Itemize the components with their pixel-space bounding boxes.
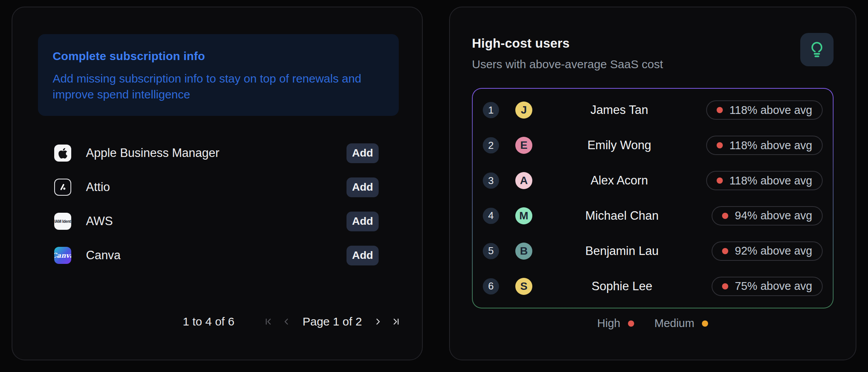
cost-badge: 118% above avg <box>706 100 823 120</box>
app-list-row: Canva Canva Canva Add <box>54 247 379 264</box>
avatar: A <box>515 172 532 189</box>
user-name: James Tan <box>532 103 706 117</box>
legend-dot-icon <box>628 320 634 327</box>
cost-badge: 118% above avg <box>706 136 823 155</box>
banner-description: Add missing subscription info to stay on… <box>53 71 374 102</box>
cost-badge: 75% above avg <box>712 277 823 296</box>
user-name: Alex Acorn <box>532 174 706 188</box>
user-name: Michael Chan <box>532 209 712 223</box>
legend-label: High <box>597 317 621 330</box>
add-button[interactable]: Add <box>347 212 379 231</box>
severity-dot-icon <box>717 177 723 184</box>
cost-badge: 92% above avg <box>712 241 823 261</box>
rank-badge: 3 <box>483 172 499 189</box>
cost-badge-label: 75% above avg <box>735 280 812 293</box>
app-name: Canva <box>86 248 121 262</box>
user-row: 1 J James Tan 118% above avg <box>483 93 823 128</box>
avatar: J <box>515 102 532 119</box>
aws-iam-identity-center-logo-icon: IAM Ident <box>54 213 71 230</box>
first-page-button[interactable] <box>260 313 278 330</box>
complete-subscription-info-banner: Complete subscription info Add missing s… <box>38 34 399 116</box>
first-page-icon <box>264 317 274 327</box>
rank-badge: 1 <box>483 102 499 118</box>
banner-title: Complete subscription info <box>53 50 383 63</box>
user-name: Emily Wong <box>532 138 706 152</box>
avatar: E <box>515 137 532 154</box>
severity-dot-icon <box>722 213 728 219</box>
cost-badge-label: 118% above avg <box>729 174 812 187</box>
pagination: 1 to 4 of 6 Page 1 of 2 <box>183 313 405 330</box>
cost-badge-label: 118% above avg <box>729 139 812 152</box>
legend-label: Medium <box>654 317 694 330</box>
avatar: M <box>515 207 532 224</box>
high-cost-users-panel: High-cost users Users with above-average… <box>449 7 856 360</box>
app-list: Apple Business Manager Add Attio Add <box>12 145 422 264</box>
subscriptions-panel: Complete subscription info Add missing s… <box>12 7 423 360</box>
app-name: Apple Business Manager <box>86 146 220 160</box>
app-list-row: Attio Add <box>54 179 379 196</box>
app-name: Attio <box>86 180 110 194</box>
avatar: B <box>515 243 532 260</box>
severity-dot-icon <box>722 283 728 289</box>
severity-dot-icon <box>717 107 723 113</box>
cost-badge: 94% above avg <box>712 206 823 226</box>
rank-badge: 5 <box>483 243 499 259</box>
attio-logo-icon <box>54 179 71 196</box>
previous-page-button[interactable] <box>278 313 295 330</box>
app-list-row: IAM Ident IAM Ident AWS Add <box>54 213 379 230</box>
pagination-page-label: Page 1 of 2 <box>302 315 362 328</box>
panel-title: High-cost users <box>472 36 834 51</box>
add-button[interactable]: Add <box>347 143 379 163</box>
user-row: 6 S Sophie Lee 75% above avg <box>483 269 823 304</box>
user-list: 1 J James Tan 118% above avg 2 E Emily W… <box>473 89 833 308</box>
avatar: S <box>515 278 532 295</box>
apple-logo-icon <box>54 145 71 162</box>
user-row: 4 M Michael Chan 94% above avg <box>483 198 823 233</box>
app-name: AWS <box>86 214 113 228</box>
pagination-range-label: 1 to 4 of 6 <box>183 315 234 328</box>
last-page-button[interactable] <box>387 313 405 330</box>
last-page-icon <box>391 317 401 327</box>
severity-dot-icon <box>717 142 723 148</box>
canva-logo-icon: Canva <box>54 247 71 264</box>
panel-subtitle: Users with above-average SaaS cost <box>472 58 834 71</box>
legend-item: High <box>597 317 635 330</box>
previous-page-icon <box>281 317 292 327</box>
severity-dot-icon <box>722 248 728 254</box>
rank-badge: 6 <box>483 278 499 294</box>
user-name: Sophie Lee <box>532 279 712 293</box>
legend-dot-icon <box>702 320 708 327</box>
cost-badge: 118% above avg <box>706 171 823 190</box>
next-page-icon <box>373 317 383 327</box>
user-name: Benjamin Lau <box>532 244 712 258</box>
cost-badge-label: 94% above avg <box>735 209 812 222</box>
user-row: 5 B Benjamin Lau 92% above avg <box>483 233 823 269</box>
user-list-container: 1 J James Tan 118% above avg 2 E Emily W… <box>472 88 834 308</box>
cost-badge-label: 92% above avg <box>735 245 812 257</box>
rank-badge: 4 <box>483 208 499 224</box>
app-list-row: Apple Business Manager Add <box>54 145 379 162</box>
lightbulb-icon <box>808 41 826 59</box>
rank-badge: 2 <box>483 137 499 153</box>
high-cost-users-header: High-cost users Users with above-average… <box>450 7 856 71</box>
user-row: 3 A Alex Acorn 118% above avg <box>483 163 823 198</box>
insight-button[interactable] <box>800 33 834 66</box>
add-button[interactable]: Add <box>347 177 379 197</box>
next-page-button[interactable] <box>369 313 387 330</box>
add-button[interactable]: Add <box>347 246 379 265</box>
severity-legend: High Medium <box>450 317 856 330</box>
legend-item: Medium <box>654 317 708 330</box>
user-row: 2 E Emily Wong 118% above avg <box>483 128 823 163</box>
cost-badge-label: 118% above avg <box>729 104 812 117</box>
